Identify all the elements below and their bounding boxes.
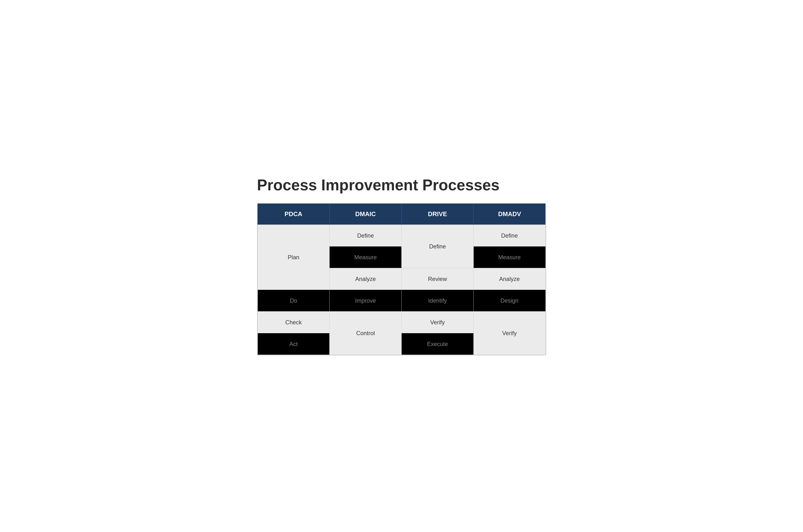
cell-identify: Identify (402, 290, 474, 311)
cell-plan: Plan (257, 225, 330, 290)
cell-check: Check (257, 311, 330, 333)
page-title: Process Improvement Processes (257, 177, 546, 193)
table-row: Check Control Verify Verify (257, 311, 546, 333)
cell-design: Design (473, 290, 546, 311)
col-header-dmaic: DMAIC (330, 204, 402, 225)
cell-act: Act (257, 333, 330, 355)
table-wrapper: PDCA DMAIC DRIVE DMADV Plan Define Defin… (257, 203, 546, 355)
cell-verify-dmadv: Verify (473, 311, 546, 355)
cell-do: Do (257, 290, 330, 311)
cell-analyze-dmadv: Analyze (473, 268, 546, 290)
comparison-table: PDCA DMAIC DRIVE DMADV Plan Define Defin… (257, 204, 546, 355)
cell-define-dmadv: Define (473, 225, 546, 246)
cell-measure-dmaic: Measure (330, 246, 402, 268)
table-row: Do Improve Identify Design (257, 290, 546, 311)
cell-improve: Improve (330, 290, 402, 311)
cell-measure-dmadv: Measure (473, 246, 546, 268)
table-row: Plan Define Define Define (257, 225, 546, 246)
cell-control: Control (330, 311, 402, 355)
col-header-pdca: PDCA (257, 204, 330, 225)
cell-execute: Execute (402, 333, 474, 355)
page-container: Process Improvement Processes PDCA DMAIC… (257, 177, 546, 355)
cell-review-drive: Review (402, 268, 474, 290)
cell-verify-drive: Verify (402, 311, 474, 333)
col-header-drive: DRIVE (402, 204, 474, 225)
table-header-row: PDCA DMAIC DRIVE DMADV (257, 204, 546, 225)
col-header-dmadv: DMADV (473, 204, 546, 225)
cell-define-drive: Define (402, 225, 474, 268)
cell-define-dmaic: Define (330, 225, 402, 246)
cell-analyze-dmaic: Analyze (330, 268, 402, 290)
